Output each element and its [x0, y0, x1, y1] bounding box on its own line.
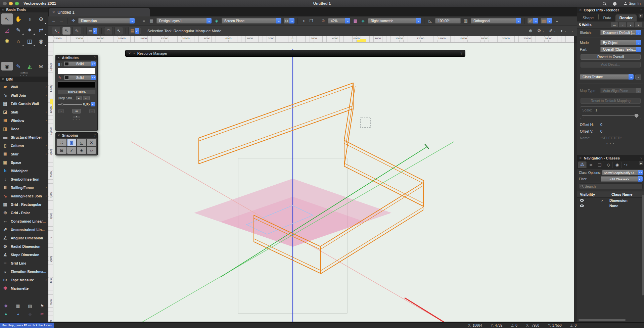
class-options-dropdown[interactable]: Show/Snap/Modify O...▲▼: [602, 170, 643, 175]
spotlight-search-icon[interactable]: [603, 2, 606, 5]
render-mode-icon[interactable]: ◑: [301, 18, 306, 23]
move-tool[interactable]: ⇄: [35, 25, 47, 36]
stepper-icon[interactable]: ▲▼: [91, 75, 96, 80]
wall-style-button[interactable]: ▤⌄: [541, 18, 552, 24]
slider-knob[interactable]: [61, 103, 63, 105]
bim-tool-slope-dimension[interactable]: ∡Slope Dimension: [0, 250, 48, 259]
left-dropdown-button[interactable]: ▼: [58, 109, 64, 113]
mode-bar-overflow-icon[interactable]: ⌄: [571, 29, 573, 32]
close-icon[interactable]: ✕: [2, 8, 4, 11]
bim-tool-stair[interactable]: ≣Stair›: [0, 150, 48, 158]
basic-tools-header[interactable]: ✕ Basic Tools: [0, 7, 48, 12]
saved-views-tab[interactable]: ◉: [613, 161, 622, 168]
view-bar-camera-button[interactable]: ⊙⌄: [284, 18, 294, 24]
options-button[interactable]: •••: [611, 22, 618, 27]
bim-palette-header[interactable]: ✕ BIM: [0, 77, 48, 82]
toolbar-overflow-icon[interactable]: ⌄: [554, 18, 560, 23]
pen-tool[interactable]: ✎: [13, 62, 24, 71]
eyedropper-tool[interactable]: ✉: [35, 62, 47, 71]
drop-shadow-settings-button[interactable]: ...: [83, 96, 90, 100]
pan-tool[interactable]: ✋: [13, 13, 24, 25]
bim-tool-tape-measure[interactable]: ↦Tape Measure›: [0, 276, 48, 284]
selection-tool[interactable]: ↖: [1, 13, 13, 25]
bim-tool-window[interactable]: ⊞Window›: [0, 116, 48, 125]
sheet-layers-tab[interactable]: ❏: [596, 161, 604, 168]
layer-dropdown[interactable]: Design Layer-1⌄: [156, 18, 212, 24]
layer-plane-icon[interactable]: ▩: [353, 18, 358, 23]
close-icon[interactable]: ✕: [57, 134, 60, 137]
canvas-vertical-scrollbar[interactable]: [574, 43, 577, 322]
sketch-dropdown[interactable]: Document Default (...⌄: [600, 30, 641, 35]
bim-tool-railing-fence-join[interactable]: ↘Railing/Fence Join›: [0, 192, 48, 200]
zoom-level-dropdown[interactable]: 42%⌄: [328, 18, 350, 24]
close-icon[interactable]: ✕: [57, 56, 60, 59]
resize-handle[interactable]: • • •: [577, 140, 644, 145]
saved-views-icon[interactable]: ✣: [71, 18, 76, 23]
visualization-tool[interactable]: ✺: [1, 36, 13, 47]
resize-handle[interactable]: • • •: [20, 75, 28, 76]
class-row-none[interactable]: None: [577, 203, 644, 208]
dimension-tool-set[interactable]: ◿: [1, 25, 13, 36]
help-icon[interactable]: ?: [460, 51, 462, 55]
slider-thumb[interactable]: [635, 114, 638, 118]
offset-v-field[interactable]: 0: [600, 129, 602, 133]
disable-interactive-scaling-button[interactable]: ↖✕: [52, 27, 60, 35]
bim-tool-symbol-insertion[interactable]: ↓Symbol Insertion: [0, 175, 48, 183]
class-name-column-header[interactable]: Class Name: [608, 192, 632, 196]
palette-collapse-strip[interactable]: ▼ • • •: [56, 115, 97, 121]
pen-swatch-icon[interactable]: [65, 76, 69, 80]
scale-slider[interactable]: ': [582, 115, 639, 116]
fill-color-swatch[interactable]: [58, 68, 95, 74]
offset-h-field[interactable]: 0: [600, 123, 602, 127]
bim-tool-grid-rectangular[interactable]: ▦Grid - Rectangular: [0, 200, 48, 208]
next-object-button[interactable]: ►: [635, 22, 642, 27]
direct-select-button[interactable]: ↖: [114, 27, 123, 35]
nav-vertical-scrollbar[interactable]: [642, 195, 644, 295]
class-row-dimension[interactable]: ✓Dimension: [577, 198, 644, 203]
zoom-icon[interactable]: ⊕: [320, 18, 326, 23]
help-icon[interactable]: ?: [94, 133, 96, 137]
close-tab-icon[interactable]: ✕: [52, 10, 55, 14]
tab-shape[interactable]: Shape: [579, 14, 598, 21]
stepper-icon[interactable]: ▲▼: [91, 61, 96, 66]
attribute-tool-3[interactable]: ▨: [24, 302, 36, 310]
bim-tool-space[interactable]: ▣Space: [0, 158, 48, 167]
bim-tool-edit-curtain-wall[interactable]: ▤Edit Curtain Wall: [0, 99, 48, 108]
clip-cube-tool[interactable]: ◫: [24, 36, 36, 47]
line-weight-slider[interactable]: [58, 104, 82, 105]
opacity-button[interactable]: 100%/100%: [58, 90, 95, 94]
close-icon[interactable]: ✕: [128, 52, 131, 55]
pen-color-swatch[interactable]: [58, 82, 95, 88]
class-dropdown[interactable]: Dimension⌄: [78, 18, 135, 24]
name-field[interactable]: *SELECTED*: [600, 136, 622, 140]
attribute-tool-5[interactable]: ●: [0, 310, 12, 318]
active-class-check[interactable]: ✓: [597, 199, 608, 202]
visibility-eye-icon[interactable]: [580, 204, 584, 207]
link-attributes-button[interactable]: ∞: [72, 109, 81, 113]
snap-to-object[interactable]: ▣: [67, 139, 77, 146]
attribute-tool-6[interactable]: ◕: [12, 310, 24, 318]
sheets-icon[interactable]: ▦: [149, 18, 154, 23]
bim-tool-wall-join[interactable]: ↘Wall Join›: [0, 91, 48, 99]
attribute-tool-2[interactable]: ▦: [12, 302, 24, 310]
attribute-tool-7[interactable]: ◆: [24, 310, 36, 318]
notifications-icon[interactable]: [613, 2, 616, 5]
drawing-canvas[interactable]: ✕ ▪ Resource Manager ?: [53, 43, 574, 322]
snap-to-edge[interactable]: ◈: [77, 147, 86, 154]
snap-to-grid[interactable]: ∷: [57, 139, 66, 146]
references-tab[interactable]: ↪: [622, 161, 630, 168]
resource-manager-bar[interactable]: ✕ ▪ Resource Manager ?: [125, 50, 465, 57]
zoom-selection-button[interactable]: ⊕: [529, 28, 533, 33]
fill-bucket-icon[interactable]: ◧: [57, 62, 62, 66]
bim-tool-grid-polar[interactable]: ⊕Grid - Polar: [0, 208, 48, 217]
flyover-tool[interactable]: ♁: [24, 13, 36, 25]
bim-tool-marionette[interactable]: ✾Marionette: [0, 284, 48, 292]
forward-icon[interactable]: →: [59, 18, 64, 23]
bim-tool-angular-dimension[interactable]: ∠Angular Dimension: [0, 234, 48, 242]
tab-render[interactable]: Render: [615, 14, 637, 21]
pen-style-dropdown[interactable]: Solid ▲▼: [64, 75, 96, 80]
help-icon[interactable]: ?: [640, 8, 642, 12]
bim-tool-railing-fence[interactable]: ⅢRailing/Fence›: [0, 183, 48, 192]
right-dropdown-button[interactable]: ▼: [89, 109, 95, 113]
minimize-window-button[interactable]: [9, 2, 13, 5]
